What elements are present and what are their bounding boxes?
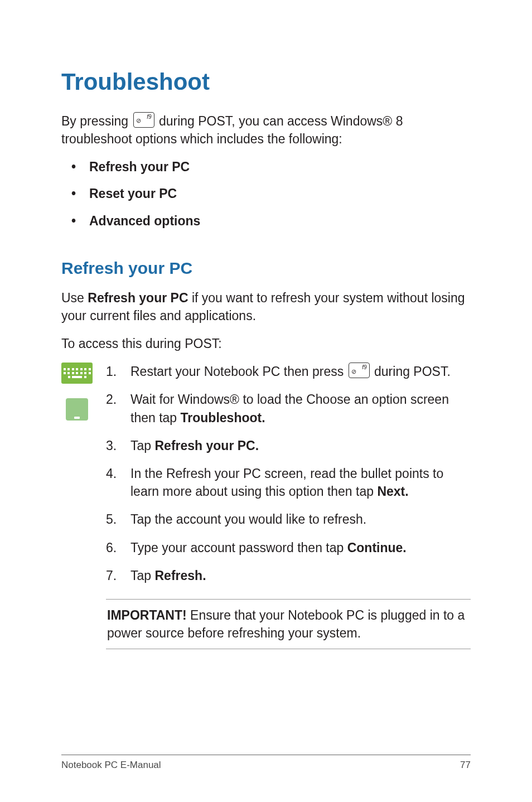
page-footer: Notebook PC E-Manual 77 — [61, 755, 471, 772]
heading-troubleshoot: Troubleshoot — [61, 66, 471, 99]
icon-column — [61, 363, 93, 649]
step-3: Tap Refresh your PC. — [106, 437, 471, 455]
refresh-intro-bold: Refresh your PC — [88, 291, 188, 305]
refresh-intro-before: Use — [61, 291, 88, 305]
step-6: Type your account password then tap Cont… — [106, 539, 471, 557]
keyboard-icon — [61, 363, 93, 384]
step-1: Restart your Notebook PC then press f9⊘ … — [106, 363, 471, 380]
f9-key-icon: f9⊘ — [349, 363, 370, 378]
options-list: Refresh your PC Reset your PC Advanced o… — [61, 158, 471, 230]
step-1-before: Restart your Notebook PC then press — [130, 364, 347, 379]
important-note: IMPORTANT! Ensure that your Notebook PC … — [106, 599, 471, 649]
step-2: Wait for Windows® to load the Choose an … — [106, 390, 471, 426]
heading-refresh: Refresh your PC — [61, 257, 471, 280]
step-3-before: Tap — [130, 438, 154, 453]
keycap-label: f9 — [362, 364, 366, 371]
keycap-glyph: ⊘ — [136, 117, 141, 125]
step-2-bold: Troubleshoot. — [181, 410, 265, 425]
step-7: Tap Refresh. — [106, 567, 471, 584]
step-5: Tap the account you would like to refres… — [106, 510, 471, 528]
f9-key-icon: f9 ⊘ — [133, 112, 154, 128]
step-7-before: Tap — [130, 568, 154, 583]
step-4-bold: Next. — [377, 484, 408, 499]
option-advanced: Advanced options — [71, 212, 471, 230]
step-6-bold: Continue. — [347, 540, 407, 555]
step-6-before: Type your account password then tap — [130, 540, 347, 555]
step-4: In the Refresh your PC screen, read the … — [106, 465, 471, 500]
keycap-glyph: ⊘ — [351, 368, 356, 376]
step-3-bold: Refresh your PC. — [154, 438, 259, 453]
steps-list: Restart your Notebook PC then press f9⊘ … — [106, 363, 471, 649]
intro-paragraph: By pressing f9 ⊘ during POST, you can ac… — [61, 112, 471, 148]
step-2-before: Wait for Windows® to load the Choose an … — [130, 392, 449, 424]
step-7-bold: Refresh. — [154, 568, 206, 583]
important-label: IMPORTANT! — [107, 608, 187, 622]
footer-left: Notebook PC E-Manual — [61, 758, 161, 772]
step-1-after: during POST. — [371, 364, 451, 379]
option-refresh: Refresh your PC — [71, 158, 471, 176]
refresh-intro: Use Refresh your PC if you want to refre… — [61, 289, 471, 325]
keycap-label: f9 — [147, 113, 151, 121]
touchpad-icon — [66, 398, 88, 421]
intro-text-before: By pressing — [61, 114, 132, 128]
access-line: To access this during POST: — [61, 335, 471, 352]
footer-page-number: 77 — [460, 758, 471, 772]
option-reset: Reset your PC — [71, 185, 471, 202]
